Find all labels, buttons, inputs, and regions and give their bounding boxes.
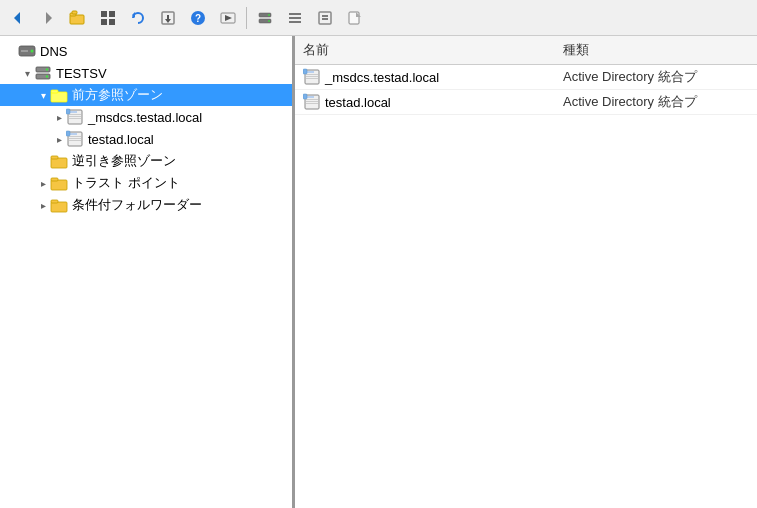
reverse-zone-folder-icon — [50, 152, 68, 170]
server-icon-button[interactable] — [251, 4, 279, 32]
forward-button[interactable] — [34, 4, 62, 32]
list-pane: 名前 種類 _msdcs.testad.local Active — [295, 36, 757, 508]
svg-marker-1 — [46, 12, 52, 24]
svg-rect-68 — [303, 94, 307, 99]
play-button[interactable] — [214, 4, 242, 32]
svg-rect-54 — [51, 178, 58, 181]
list-name-testad: testad.local — [303, 93, 563, 111]
svg-point-31 — [31, 50, 34, 53]
tree-pane: ▸ DNS ▾ — [0, 36, 295, 508]
list-header: 名前 種類 — [295, 36, 757, 65]
properties-button[interactable] — [311, 4, 339, 32]
svg-rect-37 — [51, 92, 67, 102]
svg-rect-65 — [306, 99, 318, 100]
svg-rect-50 — [66, 131, 70, 136]
svg-rect-41 — [69, 114, 81, 115]
toggle-testsv[interactable]: ▾ — [20, 66, 34, 80]
dns-icon — [18, 42, 36, 60]
tree-item-dns[interactable]: ▸ DNS — [0, 40, 292, 62]
back-button[interactable] — [4, 4, 32, 32]
svg-marker-12 — [165, 19, 171, 23]
new-button[interactable] — [341, 4, 369, 32]
svg-rect-8 — [109, 19, 115, 25]
tree-item-trust-points[interactable]: ▸ トラスト ポイント — [0, 172, 292, 194]
svg-rect-62 — [303, 69, 307, 74]
reverse-zone-label: 逆引き参照ゾーン — [72, 152, 176, 170]
toggle-msdcs[interactable]: ▸ — [52, 110, 66, 124]
forward-zone-label: 前方参照ゾーン — [72, 86, 163, 104]
list-testad-type: Active Directory 統合プ — [563, 93, 749, 111]
forward-zone-folder-icon — [50, 86, 68, 104]
conditional-forwarder-folder-icon — [50, 196, 68, 214]
svg-rect-5 — [101, 11, 107, 17]
svg-rect-52 — [51, 156, 58, 159]
svg-rect-47 — [69, 136, 81, 137]
svg-point-36 — [46, 75, 48, 77]
tree-item-testsv[interactable]: ▾ TESTSV — [0, 62, 292, 84]
tree-item-testad-local[interactable]: ▸ testad.local — [0, 128, 292, 150]
testsv-label: TESTSV — [56, 66, 107, 81]
list-button[interactable] — [281, 4, 309, 32]
svg-rect-44 — [66, 109, 70, 114]
tree-root: ▸ DNS ▾ — [0, 40, 292, 216]
svg-rect-4 — [72, 11, 77, 14]
svg-rect-43 — [69, 118, 81, 119]
svg-marker-16 — [225, 15, 232, 21]
testad-zone-icon — [66, 130, 84, 148]
col-header-name: 名前 — [303, 39, 563, 61]
svg-rect-24 — [319, 12, 331, 24]
list-testad-icon — [303, 93, 321, 111]
svg-rect-23 — [289, 21, 301, 23]
svg-rect-22 — [289, 17, 301, 19]
list-row-testad[interactable]: testad.local Active Directory 統合プ — [295, 90, 757, 115]
svg-rect-67 — [306, 103, 318, 104]
svg-rect-38 — [51, 90, 58, 93]
dns-label: DNS — [40, 44, 67, 59]
toggle-testad[interactable]: ▸ — [52, 132, 66, 146]
list-row-msdcs[interactable]: _msdcs.testad.local Active Directory 統合プ — [295, 65, 757, 90]
list-msdcs-type: Active Directory 統合プ — [563, 68, 749, 86]
tree-item-forward-zone[interactable]: ▾ 前方参照ゾーン — [0, 84, 292, 106]
msdcs-label: _msdcs.testad.local — [88, 110, 202, 125]
help-button[interactable]: ? — [184, 4, 212, 32]
svg-text:?: ? — [195, 13, 201, 24]
svg-rect-48 — [69, 138, 81, 139]
trust-points-label: トラスト ポイント — [72, 174, 180, 192]
svg-rect-61 — [306, 78, 318, 79]
refresh-button[interactable] — [124, 4, 152, 32]
svg-rect-21 — [289, 13, 301, 15]
server-icon — [34, 64, 52, 82]
list-name-msdcs: _msdcs.testad.local — [303, 68, 563, 86]
svg-rect-56 — [51, 200, 58, 203]
list-testad-name: testad.local — [325, 95, 391, 110]
svg-marker-0 — [14, 12, 20, 24]
svg-point-19 — [268, 14, 270, 16]
toolbar: ? — [0, 0, 757, 36]
separator-1 — [246, 7, 247, 29]
svg-rect-59 — [306, 74, 318, 75]
tree-item-reverse-zone[interactable]: ▸ 逆引き参照ゾーン — [0, 150, 292, 172]
svg-point-20 — [268, 20, 270, 22]
svg-rect-42 — [69, 116, 81, 117]
list-msdcs-name: _msdcs.testad.local — [325, 70, 439, 85]
tree-item-conditional-forwarder[interactable]: ▸ 条件付フォルワーダー — [0, 194, 292, 216]
svg-rect-60 — [306, 76, 318, 77]
tree-item-msdcs[interactable]: ▸ _msdcs.testad.local — [0, 106, 292, 128]
svg-rect-7 — [101, 19, 107, 25]
main-container: ▸ DNS ▾ — [0, 36, 757, 508]
toggle-trust-points[interactable]: ▸ — [36, 176, 50, 190]
svg-rect-51 — [51, 158, 67, 168]
trust-points-folder-icon — [50, 174, 68, 192]
svg-rect-55 — [51, 202, 67, 212]
export-button[interactable] — [154, 4, 182, 32]
grid-view-button[interactable] — [94, 4, 122, 32]
svg-point-35 — [46, 68, 48, 70]
svg-rect-66 — [306, 101, 318, 102]
svg-rect-53 — [51, 180, 67, 190]
testad-label: testad.local — [88, 132, 154, 147]
toggle-forward-zone[interactable]: ▾ — [36, 88, 50, 102]
open-folder-button[interactable] — [64, 4, 92, 32]
toggle-conditional-forwarder[interactable]: ▸ — [36, 198, 50, 212]
col-header-type: 種類 — [563, 39, 749, 61]
list-msdcs-icon — [303, 68, 321, 86]
